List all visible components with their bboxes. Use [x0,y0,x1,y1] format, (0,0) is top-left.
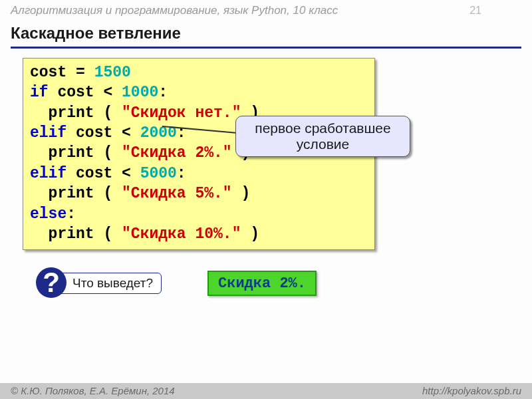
footer-url: http://kpolyakov.spb.ru [422,385,521,396]
question-box: Что выведет? [52,273,162,294]
slide-footer: © К.Ю. Поляков, Е.А. Ерёмин, 2014 http:/… [0,383,532,399]
question-row: ? Что выведет? Скидка 2%. [23,265,509,305]
answer-box: Скидка 2%. [207,271,317,296]
slide-title: Каскадное ветвление [11,24,521,49]
slide-number: 21 [469,5,481,17]
callout-bubble: первое сработавшее условие [235,116,410,157]
footer-authors: © К.Ю. Поляков, Е.А. Ерёмин, 2014 [11,385,175,396]
content-area: cost = 1500 if cost < 1000: print ( "Ски… [23,58,509,250]
slide-header: Алгоритмизация и программирование, язык … [0,0,532,19]
course-label: Алгоритмизация и программирование, язык … [11,4,338,17]
question-icon: ? [36,267,66,298]
